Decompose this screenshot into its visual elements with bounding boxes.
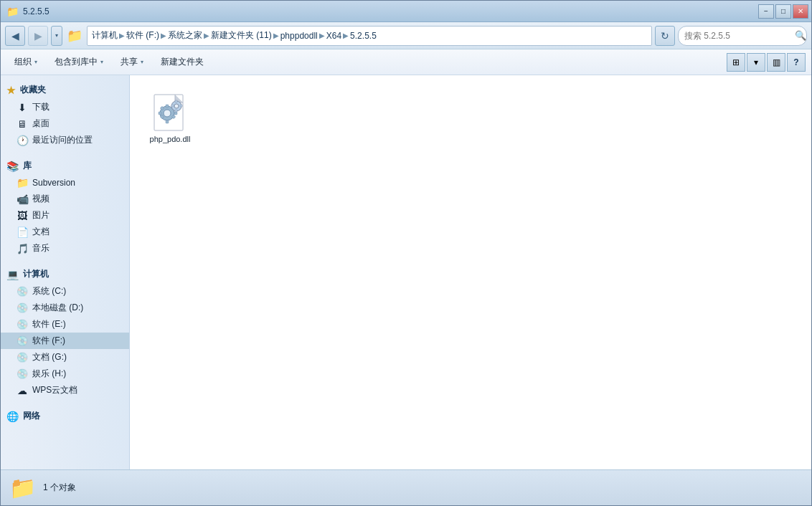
include-in-library-button[interactable]: 包含到库中 ▾ (47, 52, 111, 72)
sidebar-libraries-header: 📚 库 (1, 157, 129, 175)
drive-g-icon: 💿 (16, 352, 28, 363)
svg-point-5 (164, 110, 171, 117)
sidebar-downloads-label: 下载 (32, 101, 49, 113)
nav-dropdown[interactable]: ▾ (51, 26, 62, 46)
breadcrumb-item-systemhome[interactable]: 系统之家 (168, 29, 202, 42)
sidebar-drive-h-label: 娱乐 (H:) (32, 368, 66, 380)
title-bar-left: 📁 5.2.5.5 (6, 6, 49, 17)
breadcrumb-item-version[interactable]: 5.2.5.5 (350, 31, 377, 41)
sidebar-item-drive-c[interactable]: 💿 系统 (C:) (1, 283, 129, 300)
forward-button[interactable]: ▶ (28, 26, 48, 46)
computer-icon: 💻 (6, 269, 19, 280)
desktop-icon: 🖥 (16, 118, 28, 130)
content-area[interactable]: php_pdo.dll (130, 75, 811, 469)
sidebar-drive-e-label: 软件 (E:) (32, 318, 66, 330)
sidebar-favorites-header: ★ 收藏夹 (1, 81, 129, 99)
sidebar-item-drive-e[interactable]: 💿 软件 (E:) (1, 316, 129, 333)
sidebar-documents-label: 文档 (32, 226, 49, 238)
maximize-button[interactable]: □ (775, 4, 791, 19)
video-icon: 📹 (16, 194, 28, 205)
sidebar-item-recent[interactable]: 🕐 最近访问的位置 (1, 132, 129, 148)
share-button[interactable]: 共享 ▾ (113, 52, 151, 72)
breadcrumb-newfolder-label: 新建文件夹 (11) (211, 29, 272, 42)
sidebar-desktop-label: 桌面 (32, 118, 49, 130)
breadcrumb-item-phppdodll[interactable]: phppdodll (280, 31, 318, 41)
help-button[interactable]: ? (787, 53, 806, 72)
sidebar-subversion-label: Subversion (32, 178, 75, 188)
toolbar: 组织 ▾ 包含到库中 ▾ 共享 ▾ 新建文件夹 ⊞ ▾ ▥ ? (1, 49, 811, 75)
preview-pane-button[interactable]: ▥ (767, 53, 785, 72)
sidebar-images-label: 图片 (32, 209, 49, 221)
breadcrumb-item-computer[interactable]: 计算机 (92, 29, 118, 42)
sidebar-item-video[interactable]: 📹 视频 (1, 191, 129, 207)
sidebar-network-header: 🌐 网络 (1, 407, 129, 425)
refresh-button[interactable]: ↻ (655, 26, 675, 46)
recent-icon: 🕐 (16, 135, 28, 146)
breadcrumb-systemhome-label: 系统之家 (168, 29, 202, 42)
svg-rect-6 (166, 105, 169, 108)
sidebar-item-music[interactable]: 🎵 音乐 (1, 240, 129, 257)
file-name-php-pdo-dll: php_pdo.dll (150, 135, 191, 143)
svg-rect-17 (175, 110, 177, 112)
organize-label: 组织 (14, 56, 32, 68)
sidebar-item-documents[interactable]: 📄 文档 (1, 224, 129, 240)
breadcrumb-f-label: 软件 (F:) (126, 29, 159, 42)
sidebar-computer-header: 💻 计算机 (1, 265, 129, 283)
sidebar-item-subversion[interactable]: 📁 Subversion (1, 175, 129, 191)
sidebar-drive-g-label: 文档 (G:) (32, 351, 67, 363)
minimize-button[interactable]: − (758, 4, 774, 19)
music-icon: 🎵 (16, 243, 28, 254)
view-type-button[interactable]: ⊞ (727, 53, 745, 72)
search-bar[interactable]: 🔍 (678, 26, 807, 46)
drive-h-icon: 💿 (16, 368, 28, 379)
sidebar-item-downloads[interactable]: ⬇ 下载 (1, 99, 129, 115)
new-folder-label: 新建文件夹 (161, 56, 204, 68)
file-item-php-pdo-dll[interactable]: php_pdo.dll (141, 87, 199, 148)
downloads-icon: ⬇ (16, 102, 28, 113)
back-button[interactable]: ◀ (5, 26, 25, 46)
network-label: 网络 (23, 410, 40, 422)
sidebar-music-label: 音乐 (32, 242, 49, 254)
drive-d-icon: 💿 (16, 302, 28, 313)
breadcrumb-bar[interactable]: 计算机 ▶ 软件 (F:) ▶ 系统之家 ▶ 新建文件夹 (11) ▶ phpp… (87, 26, 652, 46)
drive-c-icon: 💿 (16, 286, 28, 297)
svg-rect-9 (174, 112, 177, 115)
breadcrumb-version-label: 5.2.5.5 (350, 31, 377, 41)
status-bar: 📁 1 个对象 (1, 469, 811, 505)
favorites-label: 收藏夹 (20, 84, 46, 96)
include-in-library-label: 包含到库中 (55, 56, 98, 68)
search-input[interactable] (684, 31, 792, 41)
sidebar-divider-1 (1, 151, 129, 157)
sidebar-item-drive-g[interactable]: 💿 文档 (G:) (1, 349, 129, 366)
breadcrumb-item-x64[interactable]: X64 (326, 31, 341, 41)
breadcrumb-item-f[interactable]: 软件 (F:) (126, 29, 159, 42)
sidebar-item-wps[interactable]: ☁ WPS云文档 (1, 382, 129, 398)
sidebar-item-drive-f[interactable]: 💿 软件 (F:) (1, 333, 129, 349)
sidebar-favorites-section: ★ 收藏夹 ⬇ 下载 🖥 桌面 🕐 最近访问的位置 (1, 81, 129, 148)
sidebar-item-desktop[interactable]: 🖥 桌面 (1, 115, 129, 132)
svg-rect-7 (166, 120, 169, 123)
sidebar: ★ 收藏夹 ⬇ 下载 🖥 桌面 🕐 最近访问的位置 (1, 75, 130, 469)
status-folder-icon: 📁 (9, 475, 36, 500)
status-count: 1 个对象 (43, 482, 76, 494)
sidebar-item-drive-h[interactable]: 💿 娱乐 (H:) (1, 366, 129, 382)
sidebar-item-images[interactable]: 🖼 图片 (1, 207, 129, 224)
subversion-icon: 📁 (16, 177, 28, 188)
main-area: ★ 收藏夹 ⬇ 下载 🖥 桌面 🕐 最近访问的位置 (1, 75, 811, 469)
breadcrumb-item-newfolder[interactable]: 新建文件夹 (11) (211, 29, 272, 42)
close-button[interactable]: ✕ (793, 4, 808, 19)
breadcrumb-x64-label: X64 (326, 31, 341, 41)
sidebar-video-label: 视频 (32, 193, 49, 205)
drive-e-icon: 💿 (16, 319, 28, 330)
view-dropdown-button[interactable]: ▾ (747, 53, 765, 72)
breadcrumb-computer-label: 计算机 (92, 29, 118, 42)
window-title: 5.2.5.5 (23, 6, 49, 16)
new-folder-button[interactable]: 新建文件夹 (153, 52, 212, 72)
sidebar-drive-d-label: 本地磁盘 (D:) (32, 302, 83, 314)
organize-button[interactable]: 组织 ▾ (6, 52, 45, 72)
view-controls: ⊞ ▾ ▥ ? (727, 53, 806, 72)
computer-label: 计算机 (23, 268, 49, 280)
sidebar-recent-label: 最近访问的位置 (32, 134, 93, 146)
svg-point-15 (174, 104, 179, 108)
sidebar-item-drive-d[interactable]: 💿 本地磁盘 (D:) (1, 300, 129, 316)
